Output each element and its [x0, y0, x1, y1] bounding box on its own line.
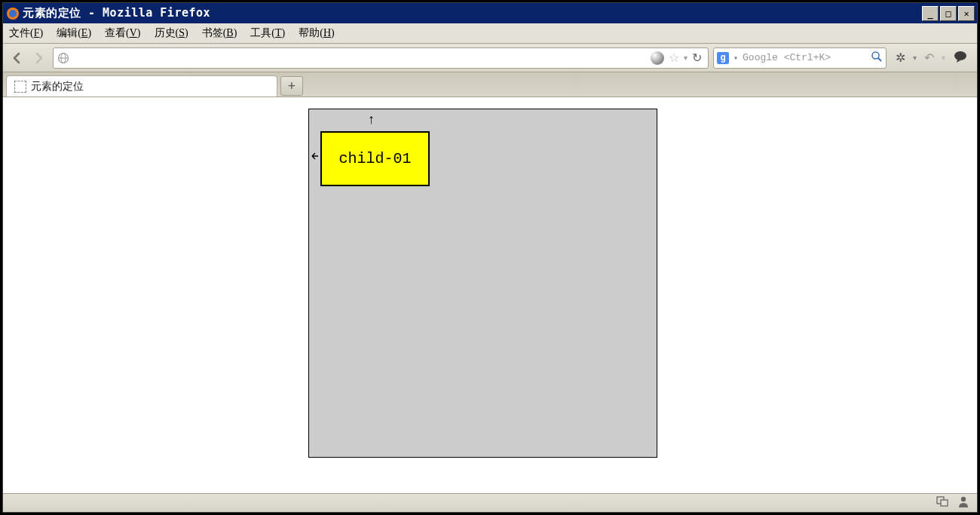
undo-icon[interactable]: ↶ — [924, 51, 934, 65]
menu-file[interactable]: 文件(F) — [9, 26, 43, 40]
menu-view[interactable]: 查看(V) — [105, 26, 140, 40]
page-content: ↑ child-01 — [3, 97, 977, 493]
menu-history[interactable]: 历史(S) — [155, 26, 188, 40]
addon-drop-icon[interactable]: ▾ — [913, 54, 917, 62]
menu-bar: 文件(F) 编辑(E) 查看(V) 历史(S) 书签(B) 工具(T) 帮助(H… — [3, 23, 977, 44]
new-tab-button[interactable]: + — [280, 76, 303, 96]
identity-icon[interactable] — [651, 51, 664, 65]
search-engine-dropdown-icon[interactable]: ▾ — [733, 54, 738, 63]
arrow-up-icon: ↑ — [368, 112, 375, 127]
undo-drop-icon[interactable]: ▾ — [942, 54, 945, 62]
maximize-button[interactable]: □ — [940, 6, 957, 21]
back-button[interactable] — [8, 49, 26, 67]
tab-active[interactable]: 元素的定位 — [6, 75, 277, 97]
tab-bar: 元素的定位 + — [3, 72, 977, 97]
search-go-icon[interactable] — [871, 51, 883, 66]
addon-splat-icon[interactable]: ✲ — [896, 51, 905, 65]
svg-point-10 — [961, 497, 966, 501]
svg-rect-9 — [941, 500, 948, 506]
user-icon[interactable] — [957, 495, 969, 510]
svg-point-5 — [872, 52, 879, 59]
minimize-button[interactable]: _ — [922, 6, 939, 21]
forward-button[interactable] — [30, 49, 48, 67]
reload-icon[interactable]: ↻ — [692, 51, 702, 65]
child-label: child-01 — [338, 150, 411, 167]
menu-bookmarks[interactable]: 书签(B) — [202, 26, 237, 40]
menu-tools[interactable]: 工具(T) — [250, 26, 285, 40]
google-engine-icon[interactable]: g — [717, 52, 729, 64]
url-dropdown-icon[interactable]: ▾ — [684, 54, 688, 62]
navigation-toolbar: ☆ ▾ ↻ g ▾ Google <Ctrl+K> ✲ ▾ ↶ ▾ — [3, 44, 977, 72]
menu-help[interactable]: 帮助(H) — [299, 26, 334, 40]
search-bar[interactable]: g ▾ Google <Ctrl+K> — [713, 48, 887, 69]
arrow-left-icon — [311, 150, 320, 164]
firefox-icon — [6, 7, 20, 20]
status-bar — [3, 493, 977, 512]
url-bar[interactable]: ☆ ▾ ↻ — [53, 48, 709, 69]
bookmark-star-icon[interactable]: ☆ — [669, 51, 679, 65]
url-input[interactable] — [73, 52, 648, 63]
search-placeholder: Google <Ctrl+K> — [743, 52, 866, 63]
svg-line-6 — [878, 58, 881, 61]
window-titlebar: 元素的定位 - Mozilla Firefox _ □ ✕ — [3, 3, 977, 23]
parent-container: ↑ child-01 — [308, 109, 657, 458]
globe-icon — [57, 51, 70, 65]
child-box: child-01 — [320, 131, 430, 186]
window-title: 元素的定位 - Mozilla Firefox — [23, 6, 922, 20]
tab-favicon-placeholder — [14, 81, 26, 93]
svg-point-1 — [9, 10, 17, 17]
close-button[interactable]: ✕ — [958, 6, 975, 21]
chat-icon[interactable] — [953, 51, 968, 66]
panels-icon[interactable] — [936, 496, 950, 510]
menu-edit[interactable]: 编辑(E) — [57, 26, 91, 40]
tab-title: 元素的定位 — [31, 80, 84, 93]
svg-point-7 — [954, 51, 966, 60]
